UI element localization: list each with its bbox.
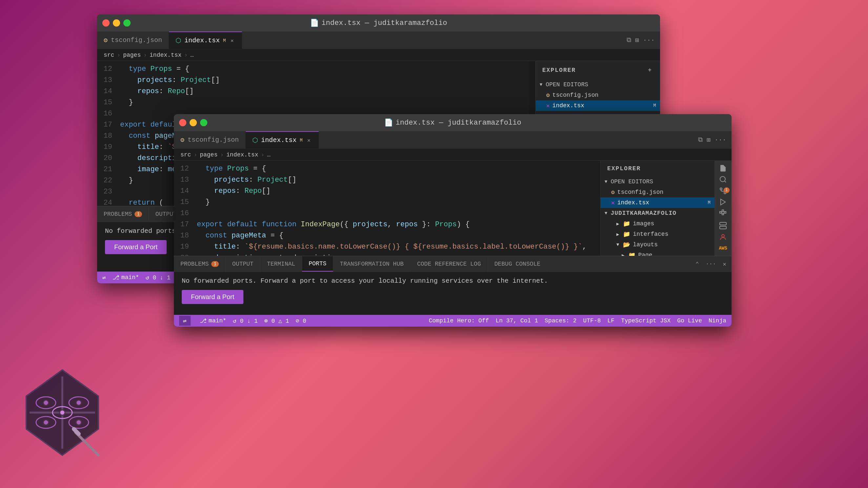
panel-more-button-2[interactable]: ··· xyxy=(704,259,717,269)
more-actions-button-2[interactable]: ··· xyxy=(714,136,726,144)
aws-icon-2[interactable]: AWS xyxy=(715,243,731,253)
minimize-button-2[interactable] xyxy=(190,119,197,126)
code-line-13: 13 projects: Project[] xyxy=(97,75,535,86)
status-errors-2[interactable]: ⊗ 0 △ 1 xyxy=(265,317,289,324)
panel-tab-ports-2[interactable]: PORTS xyxy=(302,256,333,271)
panel-tab-problems[interactable]: PROBLEMS 1 xyxy=(97,206,149,222)
tab-index-main[interactable]: ⬡ index.tsx M ✕ xyxy=(169,31,242,49)
status-branch-2[interactable]: ⎇ main* xyxy=(200,317,226,324)
file-icon-2: 📄 xyxy=(384,119,393,127)
status-sync-2[interactable]: ↺ 0 ↓ 1 xyxy=(233,317,258,324)
files-icon-2[interactable] xyxy=(715,163,731,173)
forward-port-button[interactable]: Forward a Port xyxy=(105,240,167,254)
status-warnings-2[interactable]: ⊘ 0 xyxy=(296,317,306,324)
panel-tab-terminal-2[interactable]: TERMINAL xyxy=(260,256,302,271)
open-editors-header[interactable]: OPEN EDITORS xyxy=(536,79,660,90)
status-sync[interactable]: ↺ 0 ↓ 1 xyxy=(146,274,170,281)
panel-tabs-second: PROBLEMS 1 OUTPUT TERMINAL PORTS TRANSFO… xyxy=(174,256,732,272)
close-tab-button[interactable]: ✕ xyxy=(229,38,235,44)
file-label: index.tsx xyxy=(552,102,584,109)
tab-index-second[interactable]: ⬡ index.tsx M ✕ xyxy=(246,131,318,149)
open-editors-arrow xyxy=(539,82,542,87)
folder-icon: 📁 xyxy=(623,220,630,227)
status-remote-2[interactable]: ⇌ xyxy=(179,316,191,326)
status-encoding-2[interactable]: UTF-8 xyxy=(583,318,601,324)
panel-tab-code-ref-2[interactable]: CODE REFERENCE LOG xyxy=(411,256,488,271)
status-language-2[interactable]: TypeScript JSX xyxy=(621,318,671,324)
close-tab-button-2[interactable]: ✕ xyxy=(306,137,312,143)
svg-rect-21 xyxy=(722,210,724,212)
status-eol-2[interactable]: LF xyxy=(608,318,615,324)
close-button-2[interactable] xyxy=(179,119,186,126)
project-header-2[interactable]: JUDITKARAMAZFOLIO xyxy=(601,208,714,219)
code-editor-second[interactable]: 12 type Props = { 13 projects: Project[]… xyxy=(174,161,600,256)
tabs-bar-second: ⚙ tsconfig.json ⬡ index.tsx M ✕ ⧉ ⊞ ··· xyxy=(174,131,732,149)
more-actions-button[interactable]: ··· xyxy=(643,36,655,44)
tab-tsconfig-main[interactable]: ⚙ tsconfig.json xyxy=(97,31,169,49)
modified-marker: M xyxy=(653,103,656,108)
panel-tab-transformation-2[interactable]: TRANSFORMATION HUB xyxy=(333,256,410,271)
code-lines-second: 12 type Props = { 13 projects: Project[]… xyxy=(174,161,600,256)
json-icon: ⚙ xyxy=(104,36,107,44)
status-bar-second: ⇌ ⎇ main* ↺ 0 ↓ 1 ⊗ 0 △ 1 ⊘ 0 Compile He… xyxy=(174,315,732,327)
open-editor-index[interactable]: ✕ index.tsx M xyxy=(536,100,660,111)
oe-index-2[interactable]: ✕ index.tsx M xyxy=(601,197,714,208)
maximize-button-2[interactable] xyxy=(200,119,207,126)
tsx-icon: ⬡ xyxy=(176,36,181,44)
account-icon-2[interactable] xyxy=(715,232,731,242)
tree-images-2[interactable]: 📁 images xyxy=(601,219,714,229)
svg-point-8 xyxy=(43,420,49,425)
status-branch[interactable]: ⎇ main* xyxy=(113,274,139,281)
svg-point-18 xyxy=(720,188,722,190)
status-go-live-2[interactable]: Go Live xyxy=(677,318,702,324)
open-editors-header-2[interactable]: OPEN EDITORS xyxy=(601,176,714,187)
extensions-icon-2[interactable] xyxy=(715,208,731,218)
forward-port-button-2[interactable]: Forward a Port xyxy=(182,290,243,304)
breadcrumb-main: src › pages › index.tsx › … xyxy=(97,49,660,61)
close-button[interactable] xyxy=(102,19,110,27)
tab-tsconfig-second[interactable]: ⚙ tsconfig.json xyxy=(174,131,246,149)
new-file-button[interactable]: + xyxy=(647,66,653,75)
panel-tab-output-2[interactable]: OUTPUT xyxy=(226,256,260,271)
open-editor-tsconfig[interactable]: ⚙ tsconfig.json xyxy=(536,90,660,100)
status-remote[interactable]: ⇌ xyxy=(102,274,106,281)
json-icon-3: ⚙ xyxy=(611,189,615,196)
status-compile-2[interactable]: Compile Hero: Off xyxy=(429,318,489,324)
svg-marker-19 xyxy=(721,199,725,205)
code-line-s14: 14 repos: Repo[] xyxy=(174,186,600,197)
status-spaces-2[interactable]: Spaces: 2 xyxy=(545,318,577,324)
tabs-bar-main: ⚙ tsconfig.json ⬡ index.tsx M ✕ ⧉ ⊞ ··· xyxy=(97,31,660,49)
panel-close-button-2[interactable]: ✕ xyxy=(721,259,727,269)
remote-icon-2[interactable] xyxy=(715,221,731,231)
search-icon-2[interactable] xyxy=(715,174,731,184)
problems-badge: 1 xyxy=(134,211,142,217)
status-cursor-2[interactable]: Ln 37, Col 1 xyxy=(496,318,538,324)
open-editors-section: OPEN EDITORS ⚙ tsconfig.json ✕ index.tsx… xyxy=(536,79,660,111)
tree-layouts-2[interactable]: 📂 layouts xyxy=(601,239,714,250)
tab-label: tsconfig.json xyxy=(111,36,162,44)
layout-button-2[interactable]: ⊞ xyxy=(707,136,711,144)
tree-interfaces-2[interactable]: 📁 interfaces xyxy=(601,229,714,239)
sidebar-title-second: EXPLORER xyxy=(601,161,714,176)
status-ninja-2[interactable]: Ninja xyxy=(709,318,726,324)
panel-actions-2: ⌃ ··· ✕ xyxy=(694,256,732,271)
panel-expand-button-2[interactable]: ⌃ xyxy=(694,259,701,269)
vscode-window-second: 📄 index.tsx — juditkaramazfolio ⚙ tsconf… xyxy=(174,114,732,327)
layout-button[interactable]: ⊞ xyxy=(635,36,639,44)
breadcrumb-second: src › pages › index.tsx › … xyxy=(174,149,732,161)
panel-tab-problems-2[interactable]: PROBLEMS 1 xyxy=(174,256,226,271)
git-branch-icon: ⎇ xyxy=(200,317,207,324)
split-editor-button-2[interactable]: ⧉ xyxy=(698,136,703,144)
run-icon-2[interactable] xyxy=(715,197,731,207)
svg-point-6 xyxy=(76,400,81,405)
code-line-s19: 19 title: `${resume.basics.name.toLowerC… xyxy=(174,241,600,253)
tree-page-2[interactable]: 📁 Page xyxy=(601,250,714,256)
modified-indicator: M xyxy=(223,38,226,43)
panel-tab-debug-2[interactable]: DEBUG CONSOLE xyxy=(488,256,547,271)
oe-tsconfig-2[interactable]: ⚙ tsconfig.json xyxy=(601,187,714,197)
git-icon-2[interactable]: 1 xyxy=(715,186,731,196)
split-editor-button[interactable]: ⧉ xyxy=(626,36,631,44)
minimize-button[interactable] xyxy=(113,19,120,27)
maximize-button[interactable] xyxy=(123,19,130,27)
svg-point-12 xyxy=(60,410,65,415)
